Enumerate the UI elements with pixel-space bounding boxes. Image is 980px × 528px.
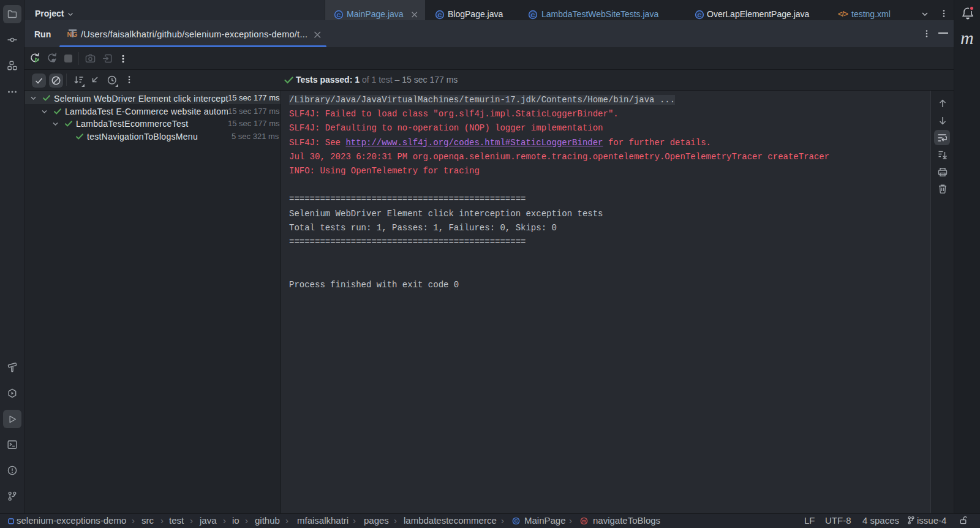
svg-text:C: C xyxy=(337,12,341,18)
svg-text:C: C xyxy=(531,12,535,18)
svg-text:C: C xyxy=(438,12,442,18)
svg-text:C: C xyxy=(514,518,518,524)
svg-text:m: m xyxy=(582,518,586,524)
svg-text:C: C xyxy=(698,12,702,18)
svg-text:N: N xyxy=(67,31,72,38)
